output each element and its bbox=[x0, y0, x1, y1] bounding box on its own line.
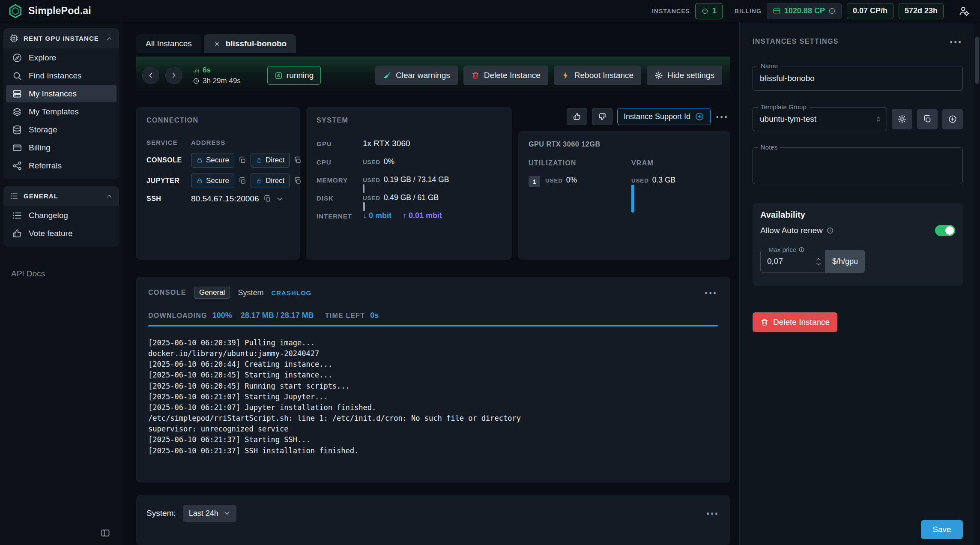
chart-more-menu-button[interactable]: ⋯ bbox=[706, 507, 720, 520]
sidebar-item-changelog[interactable]: Changelog bbox=[6, 207, 117, 224]
notes-field-group: Notes bbox=[753, 147, 963, 184]
settings-more-menu-button[interactable]: ⋯ bbox=[949, 35, 963, 48]
copy-icon[interactable] bbox=[238, 177, 247, 185]
tab-all-instances[interactable]: All Instances bbox=[136, 34, 201, 53]
system-chart-panel: System: Last 24h ⋯ bbox=[136, 495, 730, 545]
gpu-utilization-meter bbox=[545, 185, 617, 196]
auto-renew-toggle[interactable] bbox=[935, 225, 955, 236]
console-title: CONSOLE bbox=[148, 289, 186, 296]
copy-icon[interactable] bbox=[238, 156, 247, 165]
tabbar: All Instances blissful-bonobo bbox=[136, 33, 730, 53]
thumbs-down-button[interactable] bbox=[592, 108, 612, 125]
instances-count: 1 bbox=[712, 6, 717, 15]
sidebar-item-explore[interactable]: Explore bbox=[6, 49, 117, 66]
secure-label: Secure bbox=[206, 177, 229, 185]
list-icon bbox=[9, 192, 18, 201]
disk-meter bbox=[363, 202, 502, 211]
console-direct-button[interactable]: Direct bbox=[251, 153, 290, 168]
credits-badge[interactable]: 1020.88 CP bbox=[767, 3, 842, 19]
lock-icon bbox=[196, 157, 203, 164]
ping-row: 6s bbox=[193, 66, 241, 75]
unlock-icon bbox=[256, 157, 263, 164]
add-template-button[interactable] bbox=[942, 109, 963, 129]
sidebar-item-label: My Instances bbox=[29, 89, 77, 99]
copy-icon[interactable] bbox=[263, 195, 272, 203]
hide-settings-button[interactable]: Hide settings bbox=[647, 66, 722, 85]
delete-instance-button[interactable]: Delete Instance bbox=[463, 66, 548, 85]
changelog-icon bbox=[12, 210, 22, 221]
name-input[interactable] bbox=[753, 66, 962, 90]
max-price-group: Max price bbox=[760, 250, 865, 273]
remaining-time-badge[interactable]: 572d 23h bbox=[899, 3, 944, 19]
template-group-select[interactable]: Template Group ubuntu-tym-test bbox=[753, 107, 887, 131]
copy-icon[interactable] bbox=[293, 156, 302, 165]
template-settings-button[interactable] bbox=[892, 109, 912, 129]
jupyter-secure-button[interactable]: Secure bbox=[191, 174, 234, 188]
sidebar-item-my-instances[interactable]: My Instances bbox=[6, 85, 117, 102]
gpu-value: 1x RTX 3060 bbox=[363, 139, 502, 148]
lock-icon bbox=[196, 177, 203, 184]
max-price-input[interactable] bbox=[761, 257, 798, 266]
thumbs-up-button[interactable] bbox=[567, 108, 587, 125]
sidebar-item-referrals[interactable]: Referrals bbox=[6, 157, 117, 174]
stepper-up-icon[interactable] bbox=[816, 257, 822, 261]
max-price-label: Max price bbox=[768, 246, 796, 253]
disk-used-value: 0.49 GB / 61 GB bbox=[384, 193, 439, 202]
scrollbar-thumb[interactable] bbox=[975, 37, 979, 84]
console-tab-crashlog[interactable]: CRASHLOG bbox=[271, 289, 311, 296]
next-instance-button[interactable] bbox=[165, 67, 182, 84]
status-badge[interactable]: running bbox=[267, 66, 321, 85]
button-label: Hide settings bbox=[667, 71, 714, 80]
notes-input[interactable] bbox=[753, 148, 962, 184]
instances-badge[interactable]: 1 bbox=[695, 3, 723, 19]
sidebar-item-billing[interactable]: Billing bbox=[6, 139, 117, 156]
app-body: RENT GPU INSTANCE Explore Find Instance bbox=[0, 22, 980, 545]
sidebar-item-storage[interactable]: Storage bbox=[6, 121, 117, 138]
uptime-value: 3h 29m 49s bbox=[203, 77, 241, 85]
sidebar-section-general-header[interactable]: GENERAL bbox=[3, 186, 119, 206]
console-tab-general[interactable]: General bbox=[194, 287, 230, 299]
gpu-vram-meter bbox=[631, 185, 720, 213]
console-secure-button[interactable]: Secure bbox=[191, 153, 234, 168]
topbar: SimplePod.ai INSTANCES 1 BILLING 1020.88… bbox=[0, 0, 980, 22]
sidebar-section-rent-header[interactable]: RENT GPU INSTANCE bbox=[3, 28, 119, 48]
console-more-menu-button[interactable]: ⋯ bbox=[704, 286, 718, 299]
sidebar-item-label: Referrals bbox=[29, 161, 62, 171]
console-tab-system[interactable]: System bbox=[238, 288, 263, 297]
jupyter-direct-button[interactable]: Direct bbox=[251, 174, 290, 188]
gear-icon bbox=[654, 71, 663, 80]
account-settings-icon[interactable] bbox=[958, 5, 970, 17]
sidebar-item-vote-feature[interactable]: Vote feature bbox=[6, 225, 117, 242]
duplicate-template-button[interactable] bbox=[917, 109, 938, 129]
instance-support-id-button[interactable]: Instance Support Id bbox=[617, 108, 711, 125]
chevron-down-icon[interactable] bbox=[275, 195, 284, 203]
copy-icon[interactable] bbox=[293, 177, 302, 185]
time-range-select[interactable]: Last 24h bbox=[183, 505, 236, 522]
tab-instance-blissful-bonobo[interactable]: blissful-bonobo bbox=[204, 34, 296, 53]
direct-label: Direct bbox=[266, 177, 284, 185]
sidebar-item-find-instances[interactable]: Find Instances bbox=[6, 67, 117, 84]
prev-instance-button[interactable] bbox=[142, 67, 159, 84]
more-menu-button[interactable]: ⋯ bbox=[715, 110, 729, 123]
clear-warnings-button[interactable]: Clear warnings bbox=[375, 66, 458, 85]
rate-badge[interactable]: 0.07 CP/h bbox=[847, 3, 893, 19]
system-chart-label: System: bbox=[146, 509, 176, 518]
api-docs-link[interactable]: API Docs bbox=[3, 269, 119, 278]
reboot-instance-button[interactable]: Reboot Instance bbox=[554, 66, 641, 85]
settings-delete-instance-button[interactable]: Delete Instance bbox=[753, 312, 837, 332]
cpu-used-value: 0% bbox=[384, 157, 394, 166]
info-icon bbox=[826, 227, 834, 234]
stepper-down-icon[interactable] bbox=[816, 262, 822, 266]
gpu-panel: GPU RTX 3060 12GB UTILIZATION 1 USED bbox=[518, 131, 730, 260]
brand[interactable]: SimplePod.ai bbox=[8, 3, 91, 19]
page-scrollbar[interactable] bbox=[974, 22, 980, 545]
chevron-up-icon bbox=[105, 192, 113, 200]
sidebar-item-my-templates[interactable]: My Templates bbox=[6, 103, 117, 120]
connection-row-ssh: SSH 80.54.67.15:20006 bbox=[146, 194, 290, 204]
download-size: 28.17 MB / 28.17 MB bbox=[241, 311, 314, 320]
close-icon[interactable] bbox=[213, 40, 221, 48]
save-button[interactable]: Save bbox=[921, 520, 963, 539]
collapse-sidebar-icon[interactable] bbox=[100, 528, 111, 538]
sidebar-item-label: Vote feature bbox=[29, 229, 72, 238]
sidebar-item-label: Changelog bbox=[29, 211, 68, 220]
